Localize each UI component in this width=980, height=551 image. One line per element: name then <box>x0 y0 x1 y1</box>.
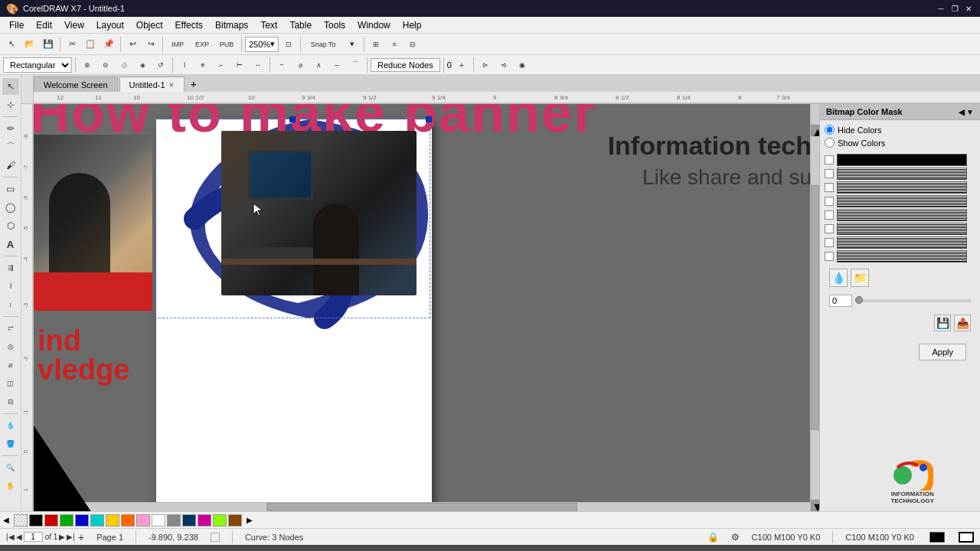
menu-window[interactable]: Window <box>351 18 397 32</box>
minimize-button[interactable]: ─ <box>936 3 946 14</box>
menu-effects[interactable]: Effects <box>169 18 209 32</box>
tb-publish[interactable]: PUB <box>215 36 238 53</box>
bcm-expand-icon[interactable]: ◀ <box>959 108 965 116</box>
tb2-smooth[interactable]: ⌢ <box>273 57 290 73</box>
zoom-selector[interactable]: 250% ▾ <box>245 37 279 52</box>
folder-tool-button[interactable]: 📁 <box>851 269 869 287</box>
tool-transparency[interactable]: ⊟ <box>2 393 19 410</box>
tb2-more3[interactable]: ◉ <box>514 57 531 73</box>
tb2-btn3[interactable]: ◇ <box>116 57 132 73</box>
tool-eyedropper[interactable]: 💧 <box>2 417 19 434</box>
tb2-btn1[interactable]: ⊕ <box>79 57 96 73</box>
tb2-btn8[interactable]: ⌐ <box>213 57 230 73</box>
tb2-cusp[interactable]: ∧ <box>310 57 327 73</box>
swatch-color-7[interactable] <box>837 236 967 249</box>
scroll-thumb[interactable] <box>811 185 819 429</box>
tab-welcome-screen[interactable]: Welcome Screen <box>34 77 118 92</box>
tb-view1[interactable]: ⊞ <box>368 36 384 53</box>
tab-close-icon[interactable]: ✕ <box>168 81 175 89</box>
tool-distort[interactable]: ⌀ <box>2 357 19 373</box>
color-swatch-brown[interactable] <box>228 514 242 527</box>
h-scroll-thumb[interactable] <box>266 503 577 511</box>
nav-prev[interactable]: ◀ <box>16 533 22 541</box>
color-swatch-blue[interactable] <box>75 514 89 527</box>
tool-bezier[interactable]: ⌒ <box>2 139 19 155</box>
bcm-menu-icon[interactable]: ▼ <box>966 108 974 116</box>
menu-table[interactable]: Table <box>283 18 318 32</box>
swatch-check-5[interactable] <box>825 210 834 220</box>
color-swatch-black[interactable] <box>29 514 43 527</box>
tool-polygon[interactable]: ⬡ <box>2 217 19 234</box>
tool-dimension[interactable]: ↕ <box>2 296 19 313</box>
tb-redo[interactable]: ↪ <box>142 36 159 53</box>
menu-view[interactable]: View <box>58 18 90 32</box>
swatch-color-4[interactable] <box>837 195 967 207</box>
tb-export[interactable]: EXP <box>191 36 214 53</box>
swatch-check-4[interactable] <box>825 197 834 206</box>
color-swatch-pink[interactable] <box>136 514 150 527</box>
tool-connector[interactable]: ⌇ <box>2 278 19 295</box>
swatch-color-2[interactable] <box>837 168 967 180</box>
tb-zoom-fit[interactable]: ⊡ <box>280 36 297 53</box>
menu-object[interactable]: Object <box>130 18 169 32</box>
tool-selector[interactable]: ↖ <box>2 78 19 95</box>
scroll-down-arrow[interactable]: ▼ <box>811 500 819 511</box>
tool-parallel[interactable]: ⇶ <box>2 259 19 276</box>
tb2-more1[interactable]: ⊳ <box>477 57 494 73</box>
scroll-up-arrow[interactable]: ▲ <box>811 125 819 136</box>
tb-view2[interactable]: ≡ <box>386 36 403 53</box>
restore-button[interactable]: ❐ <box>949 3 960 14</box>
color-swatch-white[interactable] <box>152 514 165 527</box>
swatch-check-8[interactable] <box>825 252 834 261</box>
tab-untitled1[interactable]: Untitled-1 ✕ <box>119 77 185 92</box>
color-swatch-darkblue[interactable] <box>182 514 196 527</box>
coord-lock-icon[interactable] <box>211 533 220 542</box>
tool-text[interactable]: A <box>2 236 19 253</box>
tb2-btn7[interactable]: ⌆ <box>194 57 211 73</box>
tool-shadow[interactable]: ◫ <box>2 375 19 392</box>
new-tab-button[interactable]: + <box>186 77 201 92</box>
color-swatch-cyan[interactable] <box>90 514 104 527</box>
menu-edit[interactable]: Edit <box>30 18 58 32</box>
threshold-slider[interactable] <box>855 299 971 302</box>
nav-next-end[interactable]: ▶| <box>67 533 75 541</box>
tb2-btn6[interactable]: ⌇ <box>176 57 193 73</box>
swatch-color-1[interactable] <box>837 154 967 166</box>
tb-select-tool[interactable]: ↖ <box>3 36 20 53</box>
reduce-nodes-button[interactable]: Reduce Nodes <box>371 58 440 72</box>
nav-prev-start[interactable]: |◀ <box>6 533 15 541</box>
tb-paste[interactable]: 📌 <box>100 36 117 53</box>
save-mask-button[interactable]: 💾 <box>934 315 951 331</box>
tb2-btn4[interactable]: ◈ <box>134 57 151 73</box>
color-swatch-lime[interactable] <box>213 514 227 527</box>
tool-zoom[interactable]: 🔍 <box>2 459 19 476</box>
menu-layout[interactable]: Layout <box>90 18 130 32</box>
tb2-node-plus[interactable]: + <box>453 57 470 73</box>
tb2-btn2[interactable]: ⊖ <box>97 57 114 73</box>
hide-colors-radio[interactable] <box>825 125 835 135</box>
apply-button[interactable]: Apply <box>919 344 966 360</box>
swatch-check-2[interactable] <box>825 169 834 178</box>
tb-snap-dropdown[interactable]: ▾ <box>344 36 361 53</box>
swatch-check-7[interactable] <box>825 238 834 247</box>
menu-file[interactable]: File <box>3 18 30 32</box>
canvas-area[interactable]: How to make banner ind vledge <box>34 104 819 511</box>
show-colors-radio[interactable] <box>825 138 835 148</box>
page-number-input[interactable] <box>24 532 43 542</box>
swatch-color-3[interactable] <box>837 181 967 194</box>
tb2-btn9[interactable]: ⊢ <box>231 57 248 73</box>
swatch-bar-scroll-right[interactable]: ▶ <box>247 516 253 524</box>
load-mask-button[interactable]: 📤 <box>954 315 971 331</box>
swatch-color-5[interactable] <box>837 209 967 221</box>
tb-open[interactable]: 📂 <box>21 36 38 53</box>
swatch-bar-scroll-left[interactable]: ◀ <box>3 516 9 524</box>
menu-tools[interactable]: Tools <box>318 18 351 32</box>
swatch-check-3[interactable] <box>825 183 834 192</box>
color-swatch-magenta[interactable] <box>198 514 211 527</box>
color-swatch-none[interactable] <box>14 514 28 527</box>
tb2-line[interactable]: ─ <box>328 57 345 73</box>
swatch-check-6[interactable] <box>825 224 834 233</box>
zoom-dropdown-icon[interactable]: ▾ <box>270 39 275 49</box>
eyedropper-tool-button[interactable]: 💧 <box>829 269 848 287</box>
add-page-btn[interactable]: + <box>78 531 84 543</box>
